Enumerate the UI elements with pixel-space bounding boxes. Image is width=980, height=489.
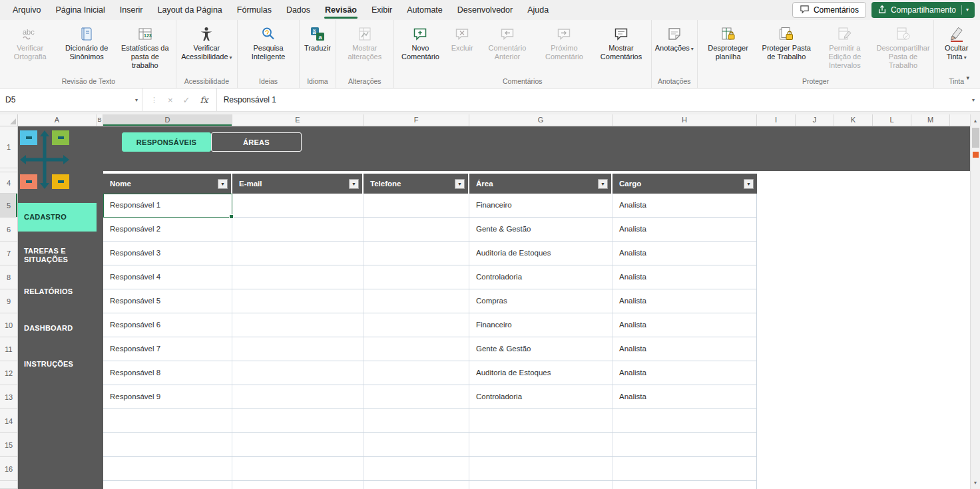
cell-e-mail-row-4[interactable] xyxy=(232,265,364,289)
cell-telefone-row-7[interactable] xyxy=(364,337,469,361)
cell-cargo-row-3[interactable]: Analista xyxy=(612,242,757,265)
menu-tab-pagina-inicial[interactable]: Página Inicial xyxy=(48,0,112,20)
row-header-1[interactable]: 1 xyxy=(0,126,17,168)
cell-telefone-row-9[interactable] xyxy=(364,385,469,408)
column-header-f[interactable]: F xyxy=(364,114,469,126)
cell-cargo-row-10[interactable] xyxy=(612,409,757,432)
cell-cargo-row-11[interactable] xyxy=(612,433,757,456)
cell-cargo-row-8[interactable]: Analista xyxy=(612,361,757,385)
ribbon-button-pesquisa-inteligente[interactable]: Pesquisa Inteligente xyxy=(239,22,298,63)
column-header-h[interactable]: H xyxy=(612,114,757,126)
cell-telefone-row-12[interactable] xyxy=(364,457,469,480)
cell-cargo-row-13[interactable] xyxy=(612,481,757,489)
row-header-9[interactable]: 9 xyxy=(0,289,17,313)
share-button[interactable]: Compartilhamento ▾ xyxy=(871,2,975,18)
cell-nome-row-9[interactable]: Responsável 9 xyxy=(103,385,232,408)
cell-area-row-1[interactable]: Financeiro xyxy=(469,194,612,217)
cell-area-row-2[interactable]: Gente & Gestão xyxy=(469,218,612,241)
row-header-hidden[interactable] xyxy=(0,481,17,489)
cell-e-mail-row-11[interactable] xyxy=(232,433,364,456)
filter-dropdown-icon[interactable]: ▼ xyxy=(349,179,359,189)
sidebar-item-instrucoes[interactable]: INSTRUÇÕES xyxy=(18,353,97,375)
column-header-a[interactable]: A xyxy=(18,114,97,126)
cell-telefone-row-2[interactable] xyxy=(364,218,469,241)
sidebar-item-cadastro[interactable]: CADASTRO xyxy=(18,203,97,232)
menu-tab-exibir[interactable]: Exibir xyxy=(364,0,399,20)
ribbon-button-desproteger-planilha[interactable]: Desproteger planilha xyxy=(699,22,758,63)
column-header-j[interactable]: J xyxy=(796,114,834,126)
menu-tab-formulas[interactable]: Fórmulas xyxy=(230,0,279,20)
ribbon-button-ocultar-tinta[interactable]: Ocultar Tinta▾ xyxy=(935,22,977,63)
ribbon-button-proteger-pasta-de-trabalho[interactable]: Proteger Pasta de Trabalho xyxy=(757,22,816,63)
column-header-e[interactable]: E xyxy=(232,114,364,126)
column-header-k[interactable]: K xyxy=(834,114,873,126)
cell-cargo-row-4[interactable]: Analista xyxy=(612,265,757,289)
scroll-down-icon[interactable]: ▼ xyxy=(971,477,980,488)
menu-tab-revisao[interactable]: Revisão xyxy=(318,0,364,20)
cell-e-mail-row-1[interactable] xyxy=(232,194,364,217)
cell-area-row-7[interactable]: Gente & Gestão xyxy=(469,337,612,361)
column-header-m[interactable]: M xyxy=(911,114,950,126)
cell-e-mail-row-5[interactable] xyxy=(232,289,364,313)
row-header-11[interactable]: 11 xyxy=(0,337,17,361)
cell-area-row-4[interactable]: Controladoria xyxy=(469,265,612,289)
menu-tab-inserir[interactable]: Inserir xyxy=(113,0,150,20)
cell-nome-row-2[interactable]: Responsável 2 xyxy=(103,218,232,241)
ribbon-button-novo-comentario[interactable]: Novo Comentário xyxy=(395,22,446,63)
column-header-l[interactable]: L xyxy=(873,114,911,126)
menu-tab-desenvolvedor[interactable]: Desenvolvedor xyxy=(450,0,520,20)
cell-e-mail-row-8[interactable] xyxy=(232,361,364,385)
cell-nome-row-11[interactable] xyxy=(103,433,232,456)
cell-cargo-row-7[interactable]: Analista xyxy=(612,337,757,361)
row-header-5[interactable]: 5 xyxy=(0,194,17,218)
cell-cargo-row-1[interactable]: Analista xyxy=(612,194,757,217)
cell-nome-row-8[interactable]: Responsável 8 xyxy=(103,361,232,385)
ribbon-button-dicionario-de-sinonimos[interactable]: Dicionário de Sinônimos xyxy=(57,22,116,63)
scrollbar-thumb[interactable] xyxy=(972,128,979,148)
cell-telefone-row-6[interactable] xyxy=(364,313,469,337)
sidebar-item-tarefas-e-situacoes[interactable]: TAREFAS E SITUAÇÕES xyxy=(18,242,97,269)
cell-telefone-row-10[interactable] xyxy=(364,409,469,432)
cell-e-mail-row-12[interactable] xyxy=(232,457,364,480)
collapse-ribbon-button[interactable]: ▾ xyxy=(966,75,969,81)
cell-nome-row-13[interactable] xyxy=(103,481,232,489)
menu-tab-dados[interactable]: Dados xyxy=(279,0,318,20)
row-header-7[interactable]: 7 xyxy=(0,242,17,265)
view-tab-areas[interactable]: ÁREAS xyxy=(211,132,302,152)
view-tab-responsaveis[interactable]: RESPONSÁVEIS xyxy=(122,132,211,152)
cell-nome-row-7[interactable]: Responsável 7 xyxy=(103,337,232,361)
row-header-14[interactable]: 14 xyxy=(0,409,17,433)
filter-dropdown-icon[interactable]: ▼ xyxy=(598,179,608,189)
menu-tab-layout-da-pagina[interactable]: Layout da Página xyxy=(150,0,229,20)
cell-telefone-row-13[interactable] xyxy=(364,481,469,489)
column-header-i[interactable]: I xyxy=(757,114,796,126)
cell-area-row-3[interactable]: Auditoria de Estoques xyxy=(469,242,612,265)
cell-telefone-row-11[interactable] xyxy=(364,433,469,456)
cell-cargo-row-2[interactable]: Analista xyxy=(612,218,757,241)
comments-button[interactable]: Comentários xyxy=(792,2,866,18)
cell-nome-row-6[interactable]: Responsável 6 xyxy=(103,313,232,337)
select-all-corner[interactable] xyxy=(0,114,18,126)
filter-dropdown-icon[interactable]: ▼ xyxy=(744,179,754,189)
cell-e-mail-row-13[interactable] xyxy=(232,481,364,489)
formula-input[interactable]: Responsável 1 xyxy=(217,95,967,104)
menu-tab-automate[interactable]: Automate xyxy=(399,0,450,20)
sidebar-item-dashboard[interactable]: DASHBOARD xyxy=(18,317,97,339)
column-header-b[interactable]: B xyxy=(97,114,103,126)
cell-cargo-row-12[interactable] xyxy=(612,457,757,480)
cell-nome-row-4[interactable]: Responsável 4 xyxy=(103,265,232,289)
column-header-d[interactable]: D xyxy=(103,114,232,126)
row-header-16[interactable]: 16 xyxy=(0,457,17,481)
cell-cargo-row-5[interactable]: Analista xyxy=(612,289,757,313)
cell-e-mail-row-6[interactable] xyxy=(232,313,364,337)
cell-e-mail-row-10[interactable] xyxy=(232,409,364,432)
cell-area-row-13[interactable] xyxy=(469,481,612,489)
row-header-8[interactable]: 8 xyxy=(0,265,17,289)
menu-tab-ajuda[interactable]: Ajuda xyxy=(520,0,556,20)
cell-e-mail-row-3[interactable] xyxy=(232,242,364,265)
row-header-10[interactable]: 10 xyxy=(0,313,17,337)
ribbon-button-anotacoes[interactable]: Anotações▾ xyxy=(653,22,696,55)
filter-dropdown-icon[interactable]: ▼ xyxy=(455,179,465,189)
expand-formula-bar-icon[interactable]: ▾ xyxy=(967,97,980,103)
cell-telefone-row-1[interactable] xyxy=(364,194,469,217)
